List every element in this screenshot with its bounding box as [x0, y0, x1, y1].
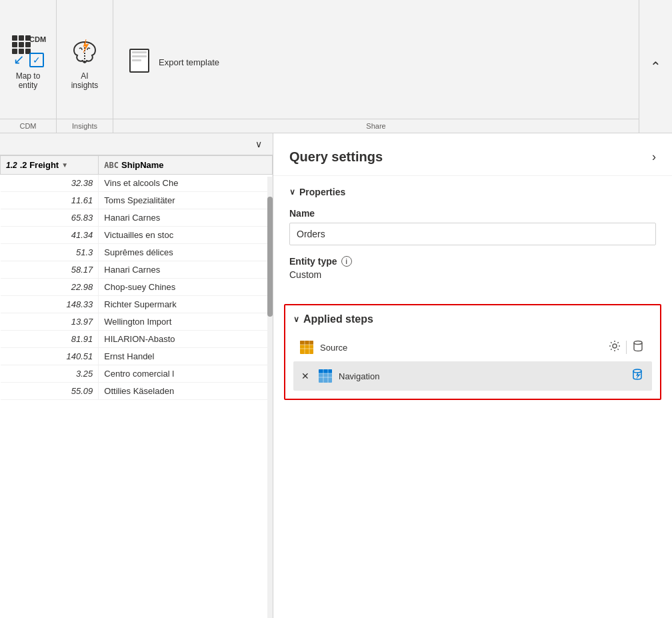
freight-cell: 148.33: [1, 296, 99, 313]
chevron-icon: ∨: [255, 139, 262, 149]
freight-dropdown-icon[interactable]: ▼: [61, 161, 68, 169]
chevron-down-button[interactable]: ∨: [250, 136, 267, 152]
table-row[interactable]: 140.51Ernst Handel: [1, 348, 273, 365]
lightning-database-icon: [631, 368, 644, 381]
applied-steps-box: ∨ Applied steps: [284, 304, 661, 400]
query-settings-title: Query settings: [289, 149, 383, 165]
toolbar-share-section: Export template Share: [113, 0, 639, 133]
freight-cell: 81.91: [1, 331, 99, 348]
freight-cell: 11.61: [1, 192, 99, 209]
shipname-column-header[interactable]: ABC ShipName: [99, 156, 273, 175]
entity-type-label-text: Entity type: [289, 256, 337, 267]
table-row[interactable]: 11.61Toms Spezialitäter: [1, 192, 273, 209]
entity-type-value: Custom: [289, 269, 656, 280]
shipname-cell: Hanari Carnes: [99, 261, 273, 279]
freight-label: .2 Freight: [20, 160, 59, 170]
properties-section: ∨ Properties Name Entity type i Custom: [273, 176, 672, 304]
table-row[interactable]: 81.91HILARION-Abasto: [1, 331, 273, 348]
source-step-icon: [299, 339, 315, 355]
name-field-input[interactable]: [289, 223, 656, 245]
table-row[interactable]: 55.09Ottilies Käseladen: [1, 383, 273, 400]
entity-type-label-row: Entity type i: [289, 256, 656, 267]
freight-cell: 41.34: [1, 227, 99, 244]
toolbar-cdm-section: CDM ↙ ✓ Map to entity CDM: [0, 0, 57, 133]
table-row[interactable]: 22.98Chop-suey Chines: [1, 279, 273, 296]
table-row[interactable]: 51.3Suprêmes délices: [1, 244, 273, 261]
applied-steps-header[interactable]: ∨ Applied steps: [293, 313, 652, 325]
map-to-label1: Map to: [16, 71, 41, 81]
source-step-actions: [606, 339, 647, 356]
properties-label: Properties: [299, 187, 345, 197]
source-settings-button[interactable]: [606, 339, 623, 356]
svg-marker-1: [83, 39, 89, 53]
table-row[interactable]: 148.33Richter Supermark: [1, 296, 273, 313]
navigation-step-label: Navigation: [339, 371, 623, 381]
map-to-label2: entity: [19, 81, 38, 90]
freight-cell: 65.83: [1, 209, 99, 227]
freight-cell: 58.17: [1, 261, 99, 279]
freight-cell: 32.38: [1, 175, 99, 192]
map-to-entity-button[interactable]: CDM ↙ ✓ Map to entity: [0, 5, 56, 119]
export-template-button[interactable]: Export template: [113, 5, 639, 119]
database-icon: [632, 340, 644, 352]
shipname-cell: HILARION-Abasto: [99, 331, 273, 348]
source-step[interactable]: Source: [293, 333, 652, 361]
table-row[interactable]: 41.34Victuailles en stoc: [1, 227, 273, 244]
scrollbar-thumb[interactable]: [267, 197, 273, 317]
toolbar-insights-section: AI insights Insights: [57, 0, 113, 133]
query-settings-expand-button[interactable]: ›: [652, 150, 656, 164]
share-section-label: Share: [113, 119, 639, 133]
data-table-container: 1.2 .2 Freight ▼ ABC ShipName: [0, 155, 273, 618]
freight-cell: 3.25: [1, 365, 99, 383]
table-row[interactable]: 32.38Vins et alcools Che: [1, 175, 273, 192]
shipname-cell: Victuailles en stoc: [99, 227, 273, 244]
data-table: 1.2 .2 Freight ▼ ABC ShipName: [0, 155, 273, 400]
svg-point-9: [634, 341, 642, 345]
shipname-cell: Vins et alcools Che: [99, 175, 273, 192]
applied-steps-chevron-icon: ∨: [293, 315, 299, 324]
table-row[interactable]: 3.25Centro comercial l: [1, 365, 273, 383]
shipname-cell: Suprêmes délices: [99, 244, 273, 261]
source-step-label: Source: [320, 343, 601, 353]
export-doc-icon: [129, 49, 153, 75]
navigation-delete-button[interactable]: ✕: [299, 371, 312, 381]
shipname-cell: Richter Supermark: [99, 296, 273, 313]
shipname-cell: Ottilies Käseladen: [99, 383, 273, 400]
source-data-button[interactable]: [629, 339, 647, 356]
svg-point-16: [633, 369, 641, 373]
toolbar-collapse-button[interactable]: ⌃: [639, 0, 672, 133]
freight-type-icon: 1.2: [6, 161, 17, 170]
shipname-cell: Wellington Import: [99, 313, 273, 331]
navigation-step-actions: [628, 367, 647, 385]
right-panel: Query settings › ∨ Properties Name Entit…: [273, 133, 672, 618]
properties-header[interactable]: ∨ Properties: [289, 187, 656, 197]
step-divider: [626, 341, 627, 354]
freight-cell: 140.51: [1, 348, 99, 365]
scrollbar-track[interactable]: [267, 177, 273, 618]
cdm-section-label: CDM: [0, 119, 56, 133]
table-row[interactable]: 58.17Hanari Carnes: [1, 261, 273, 279]
freight-cell: 55.09: [1, 383, 99, 400]
query-settings-header: Query settings ›: [273, 133, 672, 176]
insights-label: insights: [71, 81, 99, 90]
ai-insights-button[interactable]: AI insights: [57, 5, 113, 119]
collapse-icon: ⌃: [650, 59, 661, 75]
svg-rect-11: [319, 369, 332, 373]
shipname-cell: Toms Spezialitäter: [99, 192, 273, 209]
properties-chevron-icon: ∨: [289, 187, 295, 197]
gear-icon: [609, 340, 621, 352]
freight-column-header[interactable]: 1.2 .2 Freight ▼: [1, 156, 99, 175]
freight-cell: 13.97: [1, 313, 99, 331]
main-content: ∨ 1.2 .2 Freight ▼: [0, 133, 672, 618]
table-row[interactable]: 13.97Wellington Import: [1, 313, 273, 331]
svg-rect-3: [300, 341, 313, 345]
table-row[interactable]: 65.83Hanari Carnes: [1, 209, 273, 227]
abc-icon: ABC: [104, 161, 119, 170]
navigation-data-button[interactable]: [628, 367, 647, 385]
brain-icon: [70, 37, 99, 66]
shipname-cell: Ernst Handel: [99, 348, 273, 365]
entity-type-info-icon[interactable]: i: [341, 256, 352, 267]
cdm-label: CDM: [29, 35, 46, 43]
applied-steps-label: Applied steps: [303, 313, 373, 325]
navigation-step[interactable]: ✕ Navigation: [293, 361, 652, 391]
